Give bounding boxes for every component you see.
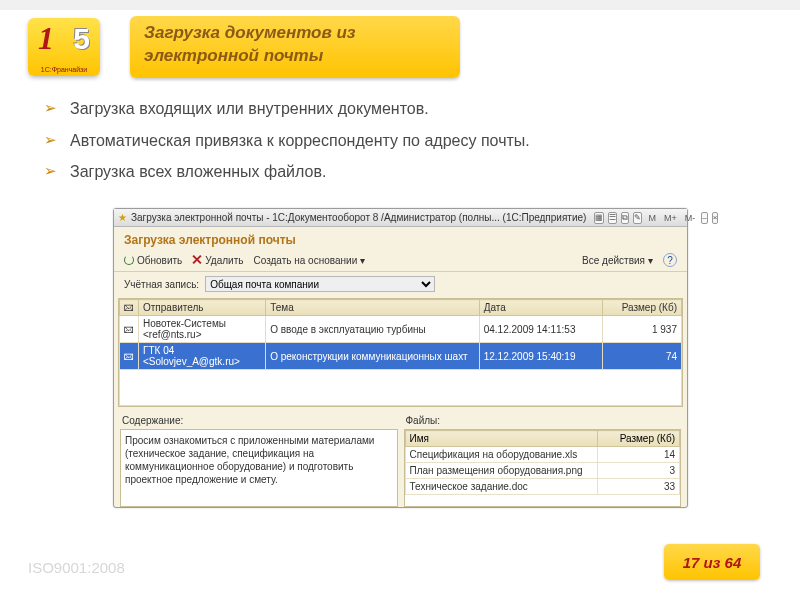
col-size[interactable]: Размер (Кб)	[603, 300, 682, 316]
close-icon[interactable]: ×	[712, 212, 719, 224]
favorite-icon[interactable]: ★	[118, 212, 127, 223]
refresh-button[interactable]: Обновить	[124, 255, 182, 266]
attach-icon: 🖂	[120, 343, 139, 370]
account-label: Учётная запись:	[124, 279, 199, 290]
section-title: Загрузка электронной почты	[114, 227, 687, 251]
attach-icon: 🖂	[120, 316, 139, 343]
table-row[interactable]: 🖂 ГТК 04 <Solovjev_A@gtk.ru> О реконстру…	[120, 343, 682, 370]
window-title-text: Загрузка электронной почты - 1С:Документ…	[131, 212, 586, 223]
files-grid[interactable]: Имя Размер (Кб) Спецификация на оборудов…	[404, 429, 682, 507]
messages-grid[interactable]: 🖂 Отправитель Тема Дата Размер (Кб) 🖂 Но…	[118, 298, 683, 407]
toolbar: Обновить Удалить Создать на основании ▾ …	[114, 251, 687, 272]
toolbar-icon[interactable]: ☰	[608, 212, 617, 224]
mminus-button[interactable]: M-	[683, 213, 698, 223]
bullet-item: Загрузка всех вложенных файлов.	[44, 161, 770, 183]
col-file-name[interactable]: Имя	[405, 431, 597, 447]
all-actions-button[interactable]: Все действия ▾	[582, 255, 653, 266]
col-attach[interactable]: 🖂	[120, 300, 139, 316]
refresh-icon	[124, 255, 134, 265]
bullet-item: Автоматическая привязка к корреспонденту…	[44, 130, 770, 152]
account-select[interactable]: Общая почта компании	[205, 276, 435, 292]
content-label: Содержание:	[122, 415, 396, 426]
toolbar-icon[interactable]: ▦	[594, 212, 604, 224]
toolbar-icon[interactable]: ⧉	[621, 212, 629, 224]
m-button[interactable]: M	[646, 213, 658, 223]
chevron-down-icon: ▾	[648, 255, 653, 266]
table-row[interactable]: Спецификация на оборудование.xls14	[405, 447, 680, 463]
slide-title: Загрузка документов из электронной почты	[144, 23, 356, 65]
mplus-button[interactable]: M+	[662, 213, 679, 223]
files-label: Файлы:	[406, 415, 680, 426]
chevron-down-icon: ▾	[360, 255, 365, 266]
delete-button[interactable]: Удалить	[192, 255, 243, 266]
col-sender[interactable]: Отправитель	[139, 300, 266, 316]
slide-title-tab: Загрузка документов из электронной почты	[130, 16, 460, 78]
minimize-icon[interactable]: –	[701, 212, 707, 224]
iso-label: ISO9001:2008	[28, 559, 125, 576]
window-titlebar: ★ Загрузка электронной почты - 1С:Докуме…	[114, 209, 687, 227]
content-textarea[interactable]: Просим ознакомиться с приложенными матер…	[120, 429, 398, 507]
table-row[interactable]: 🖂 Новотек-Системы <ref@nts.ru> О вводе в…	[120, 316, 682, 343]
col-date[interactable]: Дата	[479, 300, 603, 316]
table-row[interactable]: Техническое задание.doc33	[405, 479, 680, 495]
toolbar-icon[interactable]: ✎	[633, 212, 642, 224]
logo-subtitle: 1С:Франчайзи	[28, 66, 100, 73]
col-file-size[interactable]: Размер (Кб)	[597, 431, 679, 447]
app-window: ★ Загрузка электронной почты - 1С:Докуме…	[113, 208, 688, 508]
bullet-item: Загрузка входящих или внутренних докумен…	[44, 98, 770, 120]
logo: 15 1С:Франчайзи	[28, 18, 100, 76]
help-button[interactable]: ?	[663, 253, 677, 267]
table-row[interactable]: План размещения оборудования.png3	[405, 463, 680, 479]
bullets-list: Загрузка входящих или внутренних докумен…	[44, 98, 770, 193]
delete-icon	[192, 255, 202, 265]
create-from-button[interactable]: Создать на основании ▾	[253, 255, 365, 266]
col-subject[interactable]: Тема	[266, 300, 480, 316]
page-number-badge: 17 из 64	[664, 544, 760, 580]
